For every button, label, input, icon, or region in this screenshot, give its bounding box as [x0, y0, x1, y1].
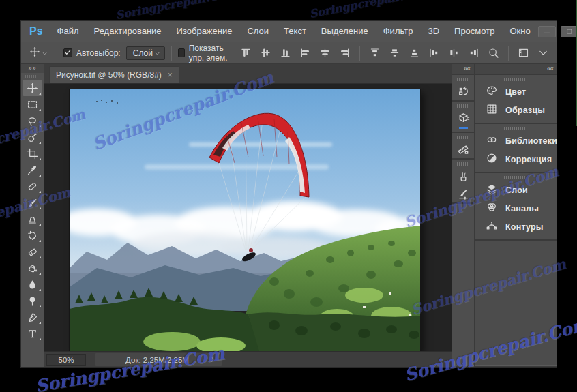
show-controls-checkbox[interactable] [178, 48, 184, 57]
distribute-left-edges-icon[interactable] [428, 46, 441, 59]
align-bottom-edges-icon[interactable] [279, 46, 292, 59]
panel-label: Образцы [505, 106, 545, 115]
history-brush-tool[interactable] [23, 227, 42, 243]
panel-button-libraries[interactable]: Библиотеки [475, 132, 557, 150]
document-tab[interactable]: Рисунок.tif @ 50% (RGB/8#) × [49, 66, 179, 83]
spot-healing-brush-tool[interactable] [23, 178, 42, 194]
panel-grip[interactable] [457, 78, 469, 81]
zoom-level-field[interactable]: 50% [46, 354, 86, 366]
brushes-panel-icon[interactable] [452, 167, 474, 185]
options-bar: Автовыбор: Слой Показать упр. элем. [21, 42, 557, 64]
menu-item-3[interactable]: Изображение [169, 21, 240, 42]
menu-item-5[interactable]: Текст [276, 21, 314, 42]
canvas-image[interactable] [70, 89, 420, 351]
collapse-dock-button[interactable]: «« [452, 64, 474, 74]
distribute-vertical-centers-icon[interactable] [388, 46, 401, 59]
right-dock: «« ««ЦветОбразцыБиблиотекиКоррекцияСлоиК… [452, 64, 557, 367]
panel-button-channels[interactable]: Каналы [475, 199, 557, 217]
brush-settings-panel-icon[interactable] [452, 185, 474, 202]
show-controls-label: Показать упр. элем. [189, 44, 239, 63]
target-select[interactable]: Слой [126, 46, 166, 60]
search-icon[interactable] [487, 46, 500, 59]
panel-button-layers[interactable]: Слои [475, 181, 557, 199]
subtool-indicator [39, 273, 41, 275]
blur-tool[interactable] [23, 276, 42, 292]
pen-tool[interactable] [23, 309, 42, 325]
collapsed-panel-column: «« [452, 64, 474, 367]
panel-button-adjustments[interactable]: Коррекция [475, 150, 557, 168]
paint-bucket-tool[interactable] [23, 260, 42, 276]
menu-item-6[interactable]: Выделение [314, 21, 376, 42]
collapse-dock-button[interactable]: «« [475, 64, 557, 74]
toolbar-grip[interactable] [25, 75, 40, 78]
align-right-edges-icon[interactable] [338, 46, 351, 59]
divider [57, 46, 57, 61]
eraser-tool[interactable] [23, 243, 42, 260]
panel-button-color[interactable]: Цвет [475, 82, 557, 101]
panel-grip[interactable] [457, 104, 469, 108]
panel-button-column: ««ЦветОбразцыБиблиотекиКоррекцияСлоиКана… [475, 64, 557, 367]
menu-item-9[interactable]: Просмотр [447, 21, 502, 42]
move-tool[interactable] [23, 80, 42, 96]
panel-label: Каналы [505, 204, 539, 213]
menu-item-7[interactable]: Фильтр [376, 21, 421, 42]
align-vertical-centers-icon[interactable] [259, 46, 272, 59]
crop-tool[interactable] [23, 145, 42, 162]
align-left-edges-icon[interactable] [299, 46, 312, 59]
autoselect-checkbox-group[interactable]: Автовыбор: [63, 48, 121, 58]
eyedropper-tool[interactable] [23, 162, 42, 178]
menu-item-4[interactable]: Слои [239, 21, 276, 42]
3d-cube-panel-icon[interactable] [452, 109, 474, 127]
menu-item-10[interactable]: Окно [502, 21, 537, 42]
panel-grip[interactable] [504, 176, 529, 179]
panel-button-swatches[interactable]: Образцы [475, 101, 557, 119]
measurement-ruler-panel-icon[interactable] [452, 140, 474, 158]
panel-grip[interactable] [457, 162, 469, 166]
panel-label: Слои [505, 185, 528, 195]
menu-items: ФайлРедактированиеИзображениеСлоиТекстВы… [50, 21, 538, 42]
autoselect-checkbox[interactable] [63, 48, 72, 57]
lasso-tool[interactable] [23, 112, 42, 129]
panel-accent-chip [459, 127, 468, 129]
panel-grip[interactable] [457, 136, 469, 139]
dodge-tool[interactable] [23, 292, 42, 309]
distribute-right-edges-icon[interactable] [467, 46, 480, 59]
brush-tool[interactable] [23, 194, 42, 211]
chevron-right-icon[interactable] [209, 356, 216, 364]
show-controls-checkbox-group[interactable]: Показать упр. элем. [178, 44, 239, 63]
distribute-horizontal-centers-icon[interactable] [447, 46, 460, 59]
clone-stamp-tool[interactable] [23, 211, 42, 227]
history-panel-icon[interactable] [452, 82, 474, 100]
distribute-bottom-edges-icon[interactable] [408, 46, 421, 59]
align-horizontal-centers-icon[interactable] [319, 46, 331, 59]
type-tool[interactable] [23, 325, 42, 342]
subtool-indicator [39, 142, 41, 144]
subtool-indicator [39, 158, 41, 160]
minimize-button[interactable] [538, 26, 556, 37]
menu-item-1[interactable]: Файл [50, 21, 87, 42]
subtool-indicator [39, 191, 41, 193]
subtool-indicator [39, 240, 41, 242]
tool-list [21, 80, 44, 342]
collapsed-panel-group [452, 75, 474, 100]
panel-grip[interactable] [504, 127, 529, 130]
current-tool-chip[interactable] [27, 46, 50, 60]
panel-label: Цвет [505, 87, 526, 97]
distribute-top-edges-icon[interactable] [368, 46, 381, 59]
workspace-switcher-icon[interactable] [517, 46, 530, 59]
panel-label: Коррекция [505, 155, 552, 164]
collapsed-panel-group [452, 102, 474, 132]
menu-item-2[interactable]: Редактирование [87, 21, 169, 42]
align-top-edges-icon[interactable] [239, 46, 252, 59]
panel-grip[interactable] [504, 78, 529, 81]
target-select-value: Слой [133, 48, 155, 58]
menu-item-8[interactable]: 3D [420, 21, 447, 42]
rectangular-marquee-tool[interactable] [23, 96, 42, 112]
quick-selection-tool[interactable] [23, 129, 42, 145]
maximize-button[interactable] [561, 26, 577, 37]
tab-close-icon[interactable]: × [168, 70, 173, 80]
toolbar-expand-button[interactable]: »» [21, 64, 44, 73]
doc-size-field[interactable]: Док: 2,25М/2,25М [95, 353, 222, 366]
chevron-down-icon[interactable] [537, 46, 550, 59]
panel-button-paths[interactable]: Контуры [475, 217, 557, 236]
